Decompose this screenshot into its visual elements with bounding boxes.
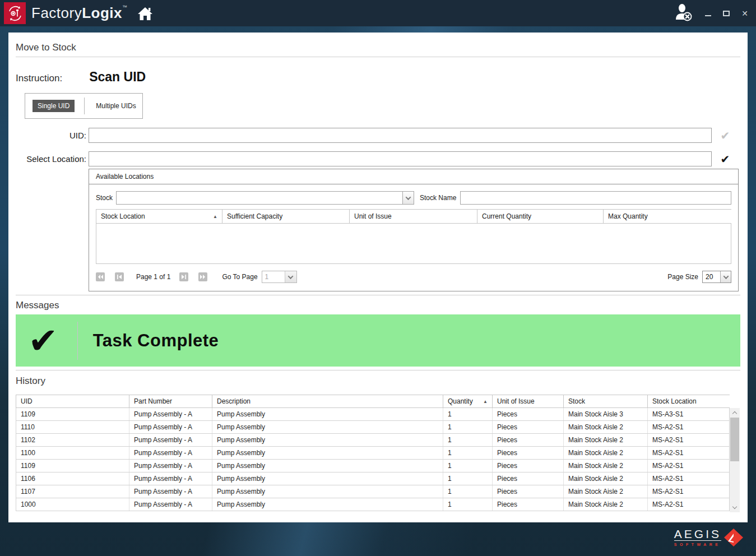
app-title: FactoryLogix™ xyxy=(31,4,128,22)
titlebar: FactoryLogix™ ✕ xyxy=(0,0,756,26)
history-header-row: UID Part Number Description Quantity▲ Un… xyxy=(16,395,730,408)
chevron-down-icon xyxy=(732,504,737,509)
cell-stock: Main Stock Aisle 2 xyxy=(564,460,648,472)
home-icon[interactable] xyxy=(137,6,154,21)
col-quantity[interactable]: Quantity▲ xyxy=(443,395,493,407)
task-complete-banner: ✔ Task Complete xyxy=(16,314,740,367)
scrollbar-thumb[interactable] xyxy=(730,418,739,461)
location-check-icon[interactable]: ✔ xyxy=(718,152,732,166)
stock-filter-row: Stock Stock Name xyxy=(96,191,731,205)
col-stock-location[interactable]: Stock Location xyxy=(648,395,730,407)
previous-page-button[interactable] xyxy=(115,272,124,281)
cell-unit-of-issue: Pieces xyxy=(493,485,564,498)
stock-dropdown-button[interactable] xyxy=(402,192,414,204)
logout-user-icon[interactable] xyxy=(674,3,693,24)
uid-check-icon: ✔ xyxy=(718,129,732,142)
page-size-select[interactable]: 20 xyxy=(702,271,731,283)
trademark: ™ xyxy=(122,4,128,10)
scroll-down-icon[interactable] xyxy=(730,503,740,512)
go-to-page-label: Go To Page xyxy=(222,273,257,281)
col-description[interactable]: Description xyxy=(212,395,443,407)
history-divider xyxy=(16,370,740,370)
col-part-number[interactable]: Part Number xyxy=(129,395,212,407)
stock-combobox-input[interactable] xyxy=(117,192,402,204)
col-label: Stock Location xyxy=(101,212,145,220)
select-location-label: Select Location: xyxy=(16,154,89,164)
cell-unit-of-issue: Pieces xyxy=(493,498,564,511)
table-row[interactable]: 1000 Pump Assembly - A Pump Assembly 1 P… xyxy=(16,498,730,511)
last-page-button[interactable] xyxy=(198,272,207,281)
history-title: History xyxy=(16,376,740,387)
page-title: Move to Stock xyxy=(16,42,740,53)
minimize-button[interactable] xyxy=(705,15,711,16)
table-row[interactable]: 1110 Pump Assembly - A Pump Assembly 1 P… xyxy=(16,421,730,434)
col-stock[interactable]: Stock xyxy=(564,395,648,407)
cell-description: Pump Assembly xyxy=(212,485,443,498)
cell-stock-location: MS-A2-S1 xyxy=(648,460,730,472)
col-sufficient-capacity[interactable]: Sufficient Capacity xyxy=(222,210,350,223)
cell-part-number: Pump Assembly - A xyxy=(129,472,212,485)
tab-multiple-uids[interactable]: Multiple UIDs xyxy=(96,102,136,110)
cell-stock-location: MS-A2-S1 xyxy=(648,434,730,446)
col-label: Unit of Issue xyxy=(354,212,392,220)
tab-single-uid[interactable]: Single UID xyxy=(33,100,75,112)
cell-uid: 1000 xyxy=(16,498,129,511)
first-page-button[interactable] xyxy=(96,272,105,281)
page-size-label: Page Size xyxy=(667,273,698,281)
close-button[interactable]: ✕ xyxy=(741,10,748,17)
history-table: UID Part Number Description Quantity▲ Un… xyxy=(16,395,740,512)
table-row[interactable]: 1100 Pump Assembly - A Pump Assembly 1 P… xyxy=(16,447,730,460)
cell-unit-of-issue: Pieces xyxy=(493,460,564,472)
stock-name-input[interactable] xyxy=(460,191,731,205)
col-current-quantity[interactable]: Current Quantity xyxy=(477,210,604,223)
cell-part-number: Pump Assembly - A xyxy=(129,408,212,420)
sort-asc-icon: ▲ xyxy=(483,399,488,404)
table-row[interactable]: 1109 Pump Assembly - A Pump Assembly 1 P… xyxy=(16,408,730,421)
cell-stock-location: MS-A2-S1 xyxy=(648,421,730,433)
table-row[interactable]: 1106 Pump Assembly - A Pump Assembly 1 P… xyxy=(16,472,730,485)
cell-uid: 1102 xyxy=(16,434,129,446)
page-indicator: Page 1 of 1 xyxy=(136,273,170,281)
table-row[interactable]: 1107 Pump Assembly - A Pump Assembly 1 P… xyxy=(16,485,730,498)
col-stock-location[interactable]: Stock Location▲ xyxy=(96,210,222,223)
cell-description: Pump Assembly xyxy=(212,472,443,485)
cell-part-number: Pump Assembly - A xyxy=(129,485,212,498)
table-row[interactable]: 1102 Pump Assembly - A Pump Assembly 1 P… xyxy=(16,434,730,447)
cell-stock: Main Stock Aisle 2 xyxy=(564,498,648,511)
cell-quantity: 1 xyxy=(443,421,493,433)
stock-label: Stock xyxy=(96,194,113,202)
uid-mode-tabs: Single UID Multiple UIDs xyxy=(25,93,143,119)
task-complete-check-icon: ✔ xyxy=(28,323,58,359)
cell-description: Pump Assembly xyxy=(212,434,443,446)
history-scrollbar[interactable] xyxy=(730,408,740,512)
col-unit-of-issue[interactable]: Unit of Issue xyxy=(350,210,477,223)
sort-asc-icon: ▲ xyxy=(213,214,217,219)
col-uid[interactable]: UID xyxy=(16,395,129,407)
main-panel: Move to Stock Instruction: Scan UID Sing… xyxy=(8,33,748,522)
table-row[interactable]: 1109 Pump Assembly - A Pump Assembly 1 P… xyxy=(16,460,730,472)
scroll-up-icon[interactable] xyxy=(730,408,740,418)
instruction-label: Instruction: xyxy=(16,73,62,84)
cell-stock-location: MS-A2-S1 xyxy=(648,472,730,485)
uid-input[interactable] xyxy=(89,128,712,143)
go-to-page-dropdown-button[interactable] xyxy=(285,271,296,282)
scrollbar-track[interactable] xyxy=(730,461,740,503)
cell-description: Pump Assembly xyxy=(212,498,443,511)
cell-unit-of-issue: Pieces xyxy=(493,472,564,485)
messages-title: Messages xyxy=(16,300,740,311)
page-size-dropdown-button[interactable] xyxy=(720,271,731,282)
maximize-button[interactable] xyxy=(723,11,730,16)
available-locations-panel: Available Locations Stock Stock Name Sto… xyxy=(89,169,739,291)
col-max-quantity[interactable]: Max Quantity xyxy=(604,210,732,223)
select-location-input[interactable] xyxy=(89,151,712,166)
cell-stock: Main Stock Aisle 2 xyxy=(564,421,648,433)
cell-unit-of-issue: Pieces xyxy=(493,408,564,420)
go-to-page-spinner xyxy=(262,271,297,283)
cell-stock: Main Stock Aisle 2 xyxy=(564,434,648,446)
go-to-page-input[interactable] xyxy=(262,271,285,282)
cell-quantity: 1 xyxy=(443,498,493,511)
next-page-button[interactable] xyxy=(179,272,188,281)
col-unit-of-issue[interactable]: Unit of Issue xyxy=(493,395,564,407)
window-controls: ✕ xyxy=(705,10,748,17)
cell-uid: 1106 xyxy=(16,472,129,485)
